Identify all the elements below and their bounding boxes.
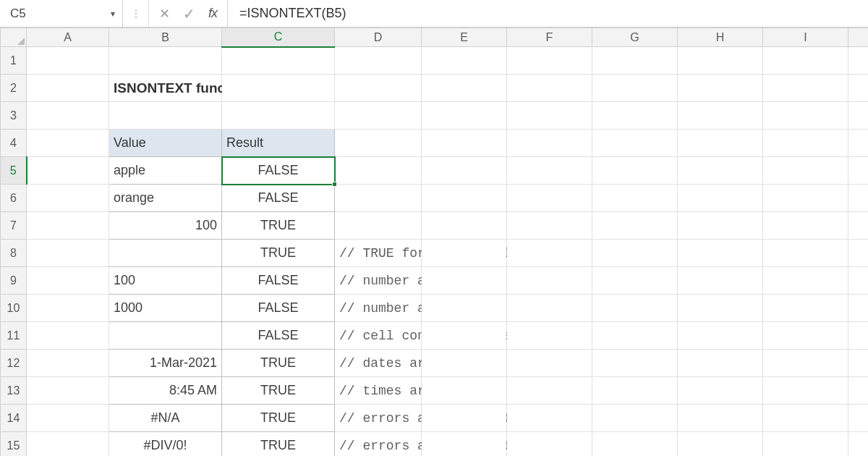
cell-B9[interactable]: 100 — [109, 267, 222, 295]
cell-E15[interactable] — [422, 432, 507, 457]
cell-G9[interactable] — [592, 267, 678, 295]
cell-A14[interactable] — [27, 405, 109, 432]
cell-J5[interactable] — [848, 157, 869, 185]
formula-input[interactable]: =ISNONTEXT(B5) — [228, 0, 868, 27]
cell-G11[interactable] — [592, 322, 678, 350]
cell-G8[interactable] — [592, 240, 678, 267]
cell-F3[interactable] — [507, 102, 592, 130]
cell-C7[interactable]: TRUE — [222, 212, 335, 240]
cell-I4[interactable] — [763, 130, 848, 157]
cell-H2[interactable] — [678, 75, 763, 102]
cell-D7[interactable] — [335, 212, 422, 240]
cell-G12[interactable] — [592, 350, 678, 377]
cell-J9[interactable] — [848, 267, 869, 295]
row-header-2[interactable]: 2 — [1, 75, 27, 102]
cell-B3[interactable] — [109, 102, 222, 130]
cell-E12[interactable] — [422, 350, 507, 377]
cell-G15[interactable] — [592, 432, 678, 457]
row-header-9[interactable]: 9 — [1, 267, 27, 295]
cell-A11[interactable] — [27, 322, 109, 350]
select-all-corner[interactable] — [1, 28, 27, 47]
row-header-10[interactable]: 10 — [1, 295, 27, 322]
cell-F4[interactable] — [507, 130, 592, 157]
cell-C13[interactable]: TRUE — [222, 377, 335, 405]
cell-H13[interactable] — [678, 377, 763, 405]
cell-E2[interactable] — [422, 75, 507, 102]
cell-H15[interactable] — [678, 432, 763, 457]
cell-D6[interactable] — [335, 185, 422, 212]
cell-C3[interactable] — [222, 102, 335, 130]
cell-B14[interactable]: #N/A — [109, 405, 222, 432]
cell-F12[interactable] — [507, 350, 592, 377]
cell-B6[interactable]: orange — [109, 185, 222, 212]
cell-H4[interactable] — [678, 130, 763, 157]
cell-D3[interactable] — [335, 102, 422, 130]
cell-I5[interactable] — [763, 157, 848, 185]
row-header-1[interactable]: 1 — [1, 47, 27, 75]
row-header-13[interactable]: 13 — [1, 377, 27, 405]
cell-H7[interactable] — [678, 212, 763, 240]
table-header-result[interactable]: Result — [222, 130, 335, 157]
cell-F15[interactable] — [507, 432, 592, 457]
cell-J3[interactable] — [848, 102, 869, 130]
cell-I10[interactable] — [763, 295, 848, 322]
cell-B10[interactable]: 1000 — [109, 295, 222, 322]
cell-D9[interactable]: // number as text — [335, 267, 422, 295]
cell-D13[interactable]: // times are numbers — [335, 377, 422, 405]
cell-J4[interactable] — [848, 130, 869, 157]
cell-J15[interactable] — [848, 432, 869, 457]
cell-A4[interactable] — [27, 130, 109, 157]
cell-D15[interactable]: // errors are not text — [335, 432, 422, 457]
cell-H6[interactable] — [678, 185, 763, 212]
cell-I13[interactable] — [763, 377, 848, 405]
cell-D1[interactable] — [335, 47, 422, 75]
cell-E6[interactable] — [422, 185, 507, 212]
cell-G4[interactable] — [592, 130, 678, 157]
cell-I6[interactable] — [763, 185, 848, 212]
cell-D4[interactable] — [335, 130, 422, 157]
cell-F1[interactable] — [507, 47, 592, 75]
cell-A5[interactable] — [27, 157, 109, 185]
name-box[interactable]: C5 ▾ — [0, 0, 123, 27]
cell-H12[interactable] — [678, 350, 763, 377]
cell-G10[interactable] — [592, 295, 678, 322]
cell-I9[interactable] — [763, 267, 848, 295]
row-header-14[interactable]: 14 — [1, 405, 27, 432]
cell-C8[interactable]: TRUE — [222, 240, 335, 267]
cell-D2[interactable] — [335, 75, 422, 102]
cell-B13[interactable]: 8:45 AM — [109, 377, 222, 405]
row-header-7[interactable]: 7 — [1, 212, 27, 240]
cell-C10[interactable]: FALSE — [222, 295, 335, 322]
cell-C11[interactable]: FALSE — [222, 322, 335, 350]
row-header-3[interactable]: 3 — [1, 102, 27, 130]
cell-F8[interactable] — [507, 240, 592, 267]
cell-G6[interactable] — [592, 185, 678, 212]
cell-A9[interactable] — [27, 267, 109, 295]
cell-E11[interactable] — [422, 322, 507, 350]
col-header-B[interactable]: B — [109, 28, 222, 47]
cell-I7[interactable] — [763, 212, 848, 240]
cell-F14[interactable] — [507, 405, 592, 432]
table-header-value[interactable]: Value — [109, 130, 222, 157]
cell-C12[interactable]: TRUE — [222, 350, 335, 377]
cell-E5[interactable] — [422, 157, 507, 185]
cell-H3[interactable] — [678, 102, 763, 130]
cell-B12[interactable]: 1-Mar-2021 — [109, 350, 222, 377]
row-header-4[interactable]: 4 — [1, 130, 27, 157]
cell-F9[interactable] — [507, 267, 592, 295]
cell-H9[interactable] — [678, 267, 763, 295]
cell-F13[interactable] — [507, 377, 592, 405]
cell-B8[interactable] — [109, 240, 222, 267]
row-header-8[interactable]: 8 — [1, 240, 27, 267]
row-header-11[interactable]: 11 — [1, 322, 27, 350]
cell-H8[interactable] — [678, 240, 763, 267]
cell-C2[interactable] — [222, 75, 335, 102]
cell-C5[interactable]: FALSE — [222, 157, 335, 185]
chevron-down-icon[interactable]: ▾ — [111, 9, 115, 19]
cell-E14[interactable] — [422, 405, 507, 432]
cell-C9[interactable]: FALSE — [222, 267, 335, 295]
cell-J7[interactable] — [848, 212, 869, 240]
cell-F10[interactable] — [507, 295, 592, 322]
col-header-C[interactable]: C — [222, 28, 335, 47]
cell-J12[interactable] — [848, 350, 869, 377]
